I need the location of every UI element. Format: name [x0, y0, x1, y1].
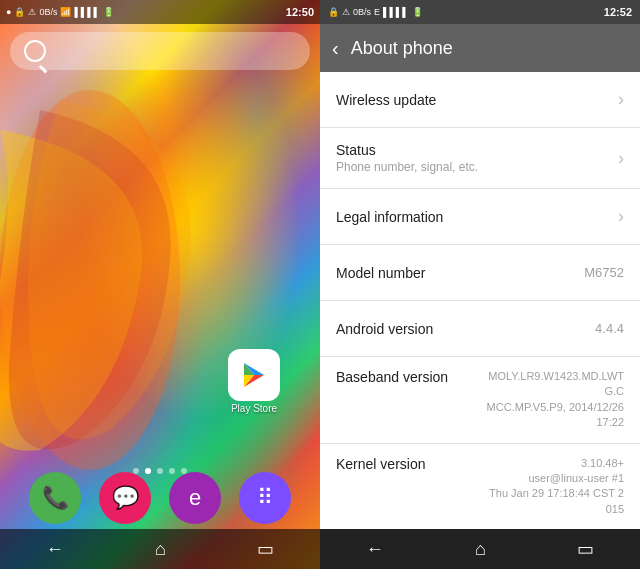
search-icon [24, 40, 46, 62]
baseband-title: Baseband version [336, 369, 484, 385]
kernel-value: 3.10.48+user@linux-user #1Thu Jan 29 17:… [484, 456, 624, 518]
recent-button-right[interactable]: ▭ [577, 538, 594, 560]
model-title: Model number [336, 265, 584, 281]
play-store-icon [228, 349, 280, 401]
wallpaper-shape [0, 80, 200, 480]
search-bar[interactable] [10, 32, 310, 70]
header: ‹ About phone [320, 24, 640, 72]
list-item-status[interactable]: Status Phone number, signal, etc. › [320, 128, 640, 189]
phone-icon[interactable]: 📞 [29, 472, 81, 524]
left-panel: ● 🔒 ⚠ 0B/s 📶 ▌▌▌▌ 🔋 12:50 Play Store [0, 0, 320, 569]
status-icons-left: ● 🔒 ⚠ 0B/s 📶 ▌▌▌▌ 🔋 [6, 7, 114, 17]
data-speed-left: 0B/s [39, 7, 57, 17]
kernel-title: Kernel version [336, 456, 484, 472]
list-item-baseband: Baseband version MOLY.LR9.W1423.MD.LWTG.… [320, 357, 640, 444]
lock-icon: 🔒 [14, 7, 25, 17]
wireless-update-title: Wireless update [336, 92, 610, 108]
item-left-model: Model number [336, 265, 584, 281]
list-item-legal[interactable]: Legal information › [320, 189, 640, 245]
nav-bar-right: ← ⌂ ▭ [320, 529, 640, 569]
wifi-icon: 📶 [60, 7, 71, 17]
home-button-left[interactable]: ⌂ [155, 539, 166, 560]
signal-bars-right: ▌▌▌▌ [383, 7, 409, 17]
item-left-status: Status Phone number, signal, etc. [336, 142, 610, 174]
chevron-status: › [618, 148, 624, 169]
signal-e-icon: E [374, 7, 380, 17]
browser-icon[interactable]: e [169, 472, 221, 524]
signal-icon: ▌▌▌▌ [74, 7, 100, 17]
page-title: About phone [351, 38, 453, 59]
item-left-legal: Legal information [336, 209, 610, 225]
settings-list: Wireless update › Status Phone number, s… [320, 72, 640, 529]
list-item-android: Android version 4.4.4 [320, 301, 640, 357]
status-bar-right: 🔒 ⚠ 0B/s E ▌▌▌▌ 🔋 12:52 [320, 0, 640, 24]
lock-icon-right: 🔒 [328, 7, 339, 17]
play-store-label: Play Store [231, 403, 277, 414]
item-left-wireless: Wireless update [336, 92, 610, 108]
warning-icon-right: ⚠ [342, 7, 350, 17]
time-left: 12:50 [286, 6, 314, 18]
back-arrow-icon[interactable]: ‹ [332, 37, 339, 60]
legal-title: Legal information [336, 209, 610, 225]
battery-icon-right: 🔋 [412, 7, 423, 17]
list-item-model: Model number M6752 [320, 245, 640, 301]
list-item-wireless-update[interactable]: Wireless update › [320, 72, 640, 128]
baseband-value: MOLY.LR9.W1423.MD.LWTG.CMCC.MP.V5.P9, 20… [484, 369, 624, 431]
status-bar-left: ● 🔒 ⚠ 0B/s 📶 ▌▌▌▌ 🔋 12:50 [0, 0, 320, 24]
data-speed-right: 0B/s [353, 7, 371, 17]
android-title: Android version [336, 321, 595, 337]
android-value: 4.4.4 [595, 321, 624, 336]
apps-icon[interactable]: ⠿ [239, 472, 291, 524]
chevron-wireless: › [618, 89, 624, 110]
item-left-android: Android version [336, 321, 595, 337]
battery-icon: 🔋 [103, 7, 114, 17]
status-icons-right: 🔒 ⚠ 0B/s E ▌▌▌▌ 🔋 [328, 7, 423, 17]
message-icon[interactable]: 💬 [99, 472, 151, 524]
list-item-kernel: Kernel version 3.10.48+user@linux-user #… [320, 444, 640, 529]
back-button-left[interactable]: ← [46, 539, 64, 560]
recent-button-left[interactable]: ▭ [257, 538, 274, 560]
nav-bar-left: ← ⌂ ▭ [0, 529, 320, 569]
right-panel: 🔒 ⚠ 0B/s E ▌▌▌▌ 🔋 12:52 ‹ About phone Wi… [320, 0, 640, 569]
notification-icon: ● [6, 7, 11, 17]
dock-icons: 📞 💬 e ⠿ [0, 472, 320, 524]
item-left-kernel: Kernel version [336, 456, 484, 472]
chevron-legal: › [618, 206, 624, 227]
model-value: M6752 [584, 265, 624, 280]
time-right: 12:52 [604, 6, 632, 18]
status-subtitle: Phone number, signal, etc. [336, 160, 610, 174]
warning-icon: ⚠ [28, 7, 36, 17]
status-title: Status [336, 142, 610, 158]
item-left-baseband: Baseband version [336, 369, 484, 385]
back-button-right[interactable]: ← [366, 539, 384, 560]
home-button-right[interactable]: ⌂ [475, 539, 486, 560]
play-store-container[interactable]: Play Store [228, 349, 280, 414]
